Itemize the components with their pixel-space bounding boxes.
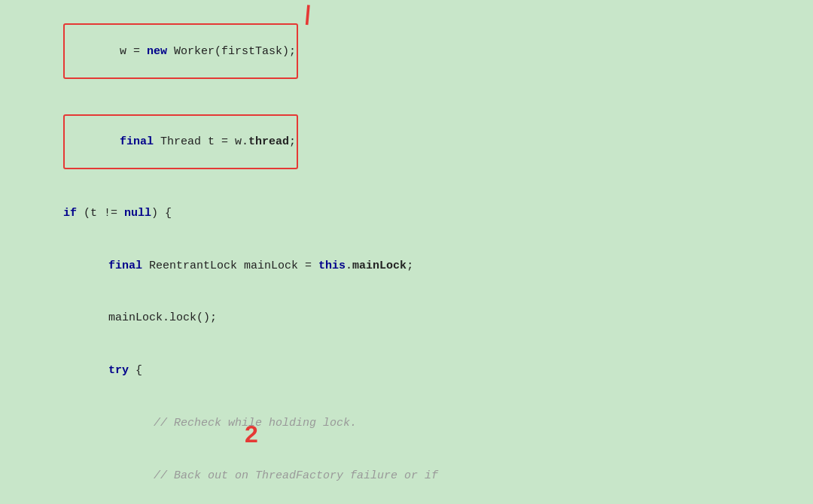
code-line-5: mainLock.lock(); (0, 292, 813, 345)
code-line-1: w = new Worker(firstTask); (0, 6, 813, 96)
comment-text: // Back out on ThreadFactory failure or … (154, 469, 438, 482)
code-line-4: final ReentrantLock mainLock = this.main… (0, 239, 813, 292)
code-text: mainLock.lock(); (108, 311, 217, 324)
code-text: w = new Worker(firstTask); (120, 45, 296, 58)
highlight-box-2: final Thread t = w.thread; (63, 114, 298, 170)
code-text: try { (108, 364, 142, 377)
code-text: if (t != null) { (63, 207, 172, 220)
code-line-2: final Thread t = w.thread; (0, 96, 813, 187)
code-text: final ReentrantLock mainLock = this.main… (108, 260, 413, 272)
code-line-comment2: // Back out on ThreadFactory failure or … (0, 449, 813, 502)
code-line-6: try { (0, 345, 813, 397)
code-text: final Thread t = w.thread; (120, 135, 296, 148)
code-editor: w = new Worker(firstTask); final Thread … (0, 0, 813, 504)
highlight-box-1: w = new Worker(firstTask); (63, 23, 298, 79)
annotation-number2: 2 (245, 421, 258, 448)
code-line-comment1: // Recheck while holding lock. (0, 397, 813, 450)
code-line-3: if (t != null) { (0, 187, 813, 240)
